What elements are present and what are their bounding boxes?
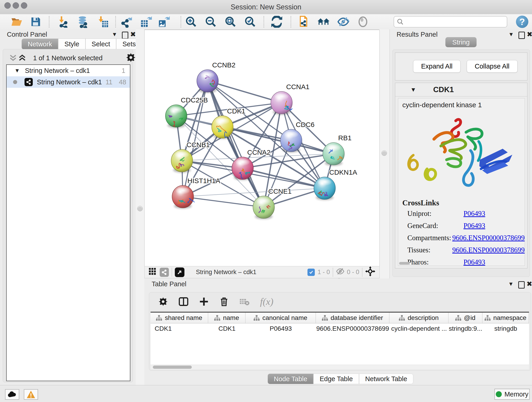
network-node-label-CDK1: CDK1 (227, 107, 245, 115)
column-header-database-identifier[interactable]: database identifier (316, 313, 389, 323)
hide-eye-slash-icon[interactable] (337, 16, 350, 28)
crosslink-value-link[interactable]: P06493 (463, 210, 485, 218)
network-node-label-CDC25B: CDC25B (181, 96, 208, 104)
crosslink-row: Compartments:9606.ENSP00000378699 (407, 234, 525, 242)
table-hscrollbar[interactable] (151, 365, 529, 370)
tab-string[interactable]: String (445, 37, 476, 47)
gear-icon[interactable] (126, 52, 136, 63)
table-panel-collapse-icon[interactable]: ▼ (508, 281, 514, 287)
table-row[interactable]: CDK1CDK1P064939606.ENSP00000378699cyclin… (151, 323, 529, 334)
search-field[interactable] (394, 16, 507, 27)
open-session-icon[interactable] (10, 16, 23, 28)
application-window: Session: New Session (0, 0, 532, 402)
export-network-icon[interactable] (120, 16, 133, 28)
network-node-label-RB1: RB1 (338, 134, 351, 142)
control-panel-close-icon[interactable]: ✖ (130, 30, 136, 38)
string-results-content: Expand All Collapse All ▼ CDK1 cyclin-de… (393, 50, 530, 277)
warning-button[interactable] (24, 389, 38, 400)
search-input[interactable] (404, 18, 503, 26)
help-icon[interactable]: ? (516, 16, 528, 28)
export-image-icon[interactable] (158, 16, 171, 28)
zoom-selected-icon[interactable] (244, 16, 257, 28)
results-panel-close-icon[interactable]: ✖ (527, 30, 532, 38)
eye-icon[interactable] (356, 16, 369, 28)
column-header-description[interactable]: description (389, 313, 449, 323)
results-panel-float-icon[interactable] (519, 32, 525, 39)
table-hscrollbar-thumb[interactable] (153, 366, 192, 369)
zoom-in-icon[interactable] (185, 16, 197, 28)
memory-button[interactable]: Memory (494, 389, 530, 400)
crosslink-value-link[interactable]: 9606.ENSP00000378699 (452, 234, 525, 242)
export-table-icon[interactable] (140, 16, 152, 28)
cloud-button[interactable] (5, 389, 19, 400)
network-graph[interactable]: CCNB2CCNA1CDC25BCDK1CDC6RB1CCNB1CCNA2CDK… (145, 30, 380, 266)
refresh-icon[interactable] (270, 16, 283, 28)
gene-description: cyclin-dependent kinase 1 (402, 101, 525, 109)
tab-network-table[interactable]: Network Table (359, 374, 413, 384)
crosslink-value-link[interactable]: P06493 (463, 222, 485, 230)
table-header-row[interactable]: shared namenamecanonical namedatabase id… (151, 312, 529, 323)
left-splitter-handle[interactable] (137, 206, 143, 211)
column-header-canonical-name[interactable]: canonical name (246, 313, 316, 323)
birds-eye-view-icon[interactable] (175, 268, 184, 277)
delete-table-icon[interactable] (239, 297, 249, 307)
tab-edge-table[interactable]: Edge Table (313, 374, 359, 384)
import-network-file-icon[interactable] (57, 16, 70, 28)
right-splitter[interactable] (379, 29, 389, 279)
tab-network[interactable]: Network (22, 38, 58, 50)
delete-column-icon[interactable] (219, 297, 229, 306)
window-titlebar: Session: New Session (0, 0, 532, 14)
expand-all-button[interactable]: Expand All (413, 60, 461, 73)
control-panel-collapse-icon[interactable]: ▼ (112, 31, 117, 38)
function-builder-icon[interactable]: f(x) (260, 296, 273, 307)
zoom-fit-icon[interactable] (224, 16, 237, 28)
collapse-all-button[interactable]: Collapse All (467, 60, 518, 73)
left-splitter[interactable] (136, 29, 144, 385)
column-header-name[interactable]: name (208, 313, 246, 323)
crosslink-value-link[interactable]: P06493 (463, 258, 485, 266)
import-table-icon[interactable] (96, 16, 109, 28)
window-title: Session: New Session (0, 0, 532, 14)
selected-checkbox-icon[interactable] (307, 269, 315, 276)
crosslink-label: Pharos: (407, 258, 463, 266)
tab-node-table[interactable]: Node Table (268, 374, 313, 384)
tab-select[interactable]: Select (85, 38, 116, 50)
column-header--id[interactable]: @id (449, 313, 482, 323)
selected-node-edge-counts: 1 - 0 (317, 269, 330, 276)
right-splitter-handle[interactable] (381, 150, 387, 156)
column-header-shared-name[interactable]: shared name (151, 313, 208, 323)
home-icon[interactable] (317, 16, 330, 28)
create-column-icon[interactable] (199, 297, 209, 306)
crosslink-value-link[interactable]: 9606.ENSP00000378699 (452, 246, 525, 254)
network-node-label-HIST1H1A: HIST1H1A (187, 177, 220, 185)
network-type-icon (25, 78, 33, 86)
gene-collapse-icon[interactable]: ▼ (410, 86, 416, 93)
tab-style[interactable]: Style (58, 38, 85, 50)
network-share-icon[interactable] (160, 268, 169, 277)
column-header-namespace[interactable]: namespace (482, 313, 529, 323)
show-columns-icon[interactable] (178, 297, 189, 307)
table-gear-icon[interactable] (158, 297, 168, 306)
table-cell: P06493 (246, 323, 316, 334)
crosslinks-scrollbar[interactable] (399, 262, 410, 265)
network-collection-row[interactable]: ▼ String Network – cdk1 1 (7, 65, 130, 76)
control-panel-float-icon[interactable] (122, 32, 128, 39)
open-in-browser-icon[interactable] (298, 16, 311, 28)
network-canvas[interactable]: CCNB2CCNA1CDC25BCDK1CDC6RB1CCNB1CCNA2CDK… (144, 30, 380, 266)
import-network-database-icon[interactable] (76, 16, 89, 28)
results-panel-collapse-icon[interactable]: ▼ (508, 31, 514, 38)
crosslink-label: Compartments: (407, 234, 452, 242)
hidden-eye-icon[interactable] (336, 267, 345, 277)
pan-crosshair-icon[interactable] (365, 266, 375, 278)
gene-card-header[interactable]: ▼ CDK1 (395, 83, 527, 96)
table-panel-float-icon[interactable] (518, 281, 525, 288)
table-panel-close-icon[interactable]: ✖ (526, 280, 532, 288)
network-node-label-CDKN1A: CDKN1A (329, 168, 357, 176)
grid-view-icon[interactable] (148, 267, 157, 277)
zoom-out-icon[interactable] (204, 16, 217, 28)
network-row-selected[interactable]: String Network – cdk1 11 48 (7, 76, 130, 88)
save-session-icon[interactable] (29, 16, 42, 28)
table-cell: cyclin-dependent ... (389, 323, 449, 334)
tree-expand-icon[interactable]: ▼ (14, 67, 20, 74)
control-panel-tabs: NetworkStyleSelectSets (22, 38, 142, 50)
